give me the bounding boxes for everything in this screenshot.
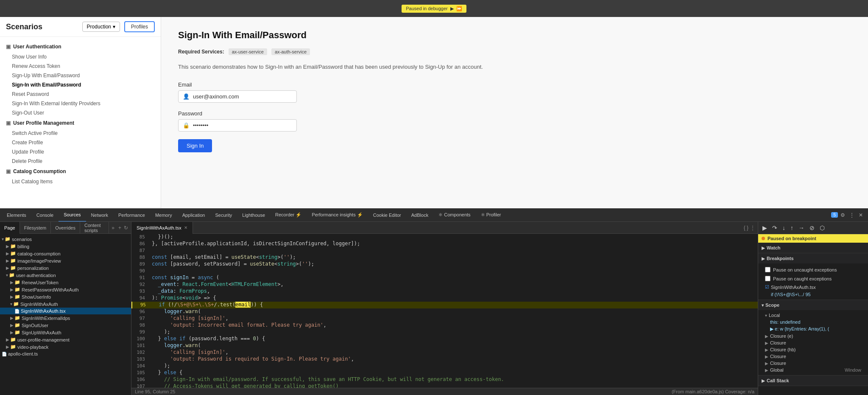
new-folder-icon[interactable]: + bbox=[117, 225, 123, 231]
scope-closure-3[interactable]: ▶ Closure bbox=[762, 360, 865, 367]
sync-icon[interactable]: ↻ bbox=[123, 225, 129, 231]
tab-adblock[interactable]: AdBlock bbox=[406, 208, 433, 222]
scope-local[interactable]: ▾ Local bbox=[762, 312, 865, 319]
line-num-96: 96 bbox=[131, 308, 148, 314]
line-content-89: const [password, setPassword] = useState… bbox=[148, 261, 758, 267]
tab-cookie-editor[interactable]: Cookie Editor bbox=[368, 208, 406, 222]
play-icon[interactable]: ▶ bbox=[450, 6, 454, 11]
nav-item-reset-password[interactable]: Reset Password bbox=[0, 90, 161, 99]
tab-application[interactable]: Application bbox=[177, 208, 210, 222]
line-content-86: }, [activeProfile.applicationId, isDirec… bbox=[148, 241, 758, 247]
code-tab-signin[interactable]: SignInWithAxAuth.tsx ✕ bbox=[131, 222, 193, 234]
closure-3-label: Closure bbox=[770, 361, 786, 366]
tab-sources[interactable]: Sources bbox=[59, 208, 86, 222]
column-icon[interactable]: ⋮ bbox=[750, 225, 755, 231]
scope-closure[interactable]: ▶ Closure bbox=[762, 339, 865, 346]
tab-profiler[interactable]: ⚛ Profiler bbox=[476, 208, 506, 222]
production-dropdown[interactable]: Production ▾ bbox=[82, 22, 120, 32]
nav-item-list-catalog[interactable]: List Catalog Items bbox=[0, 177, 161, 186]
scope-section-header[interactable]: ▾ Scope bbox=[758, 300, 868, 310]
tree-renew-user-token[interactable]: ▶📁RenewUserToken bbox=[0, 279, 131, 286]
tree-apollo-client[interactable]: 📄apollo-client.ts bbox=[0, 350, 131, 357]
tree-signin-external[interactable]: ▶📁SignInWithExternalIdps bbox=[0, 314, 131, 322]
scope-arrow: ▾ bbox=[762, 303, 764, 308]
scope-closure-e[interactable]: ▶ Closure (e) bbox=[762, 333, 865, 339]
step-into-button[interactable]: ↓ bbox=[781, 224, 787, 232]
settings-icon[interactable]: ⚙ bbox=[839, 211, 847, 219]
tree-catalog-consumption[interactable]: ▶📁catalog-consumption bbox=[0, 250, 131, 257]
scope-global[interactable]: ▶ Global Window bbox=[762, 367, 865, 373]
step-out-button[interactable]: ↑ bbox=[789, 224, 795, 232]
password-input[interactable] bbox=[193, 122, 292, 129]
tab-recorder[interactable]: Recorder ⚡ bbox=[270, 208, 307, 222]
nav-item-switch-profile[interactable]: Switch Active Profile bbox=[0, 129, 161, 138]
file-tree-tab-page[interactable]: Page bbox=[0, 222, 20, 234]
deactivate-breakpoints-button[interactable]: ⊘ bbox=[808, 224, 816, 232]
code-line-106: 106 // Sign-In with email/password. If s… bbox=[131, 376, 758, 383]
more-icon[interactable]: ⋮ bbox=[848, 211, 856, 219]
tree-signout-user[interactable]: ▶📁SignOutUser bbox=[0, 322, 131, 329]
code-line-88: 88 const [email, setEmail] = useState<st… bbox=[131, 254, 758, 261]
tree-personalization[interactable]: ▶📁personalization bbox=[0, 264, 131, 272]
nav-item-create-profile[interactable]: Create Profile bbox=[0, 138, 161, 147]
tree-signin-with-ax-auth[interactable]: ▾📁SignInWithAxAuth bbox=[0, 300, 131, 308]
scope-closure-2[interactable]: ▶ Closure bbox=[762, 353, 865, 360]
tree-signup-ax-auth[interactable]: ▶📁SignUpWithAxAuth bbox=[0, 329, 131, 336]
scope-closure-hb[interactable]: ▶ Closure (hb) bbox=[762, 346, 865, 353]
pause-uncaught-checkbox[interactable] bbox=[765, 267, 770, 272]
file-tree-tab-more[interactable]: » bbox=[109, 222, 117, 233]
nav-item-signup[interactable]: Sign-Up With Email/Password bbox=[0, 71, 161, 80]
tab-memory[interactable]: Memory bbox=[150, 208, 177, 222]
code-line-100: 100 } else if (password.length === 0) { bbox=[131, 336, 758, 342]
file-tree-tab-overrides[interactable]: Overrides bbox=[51, 222, 80, 234]
tree-user-auth[interactable]: ▾📁user-authentication bbox=[0, 272, 131, 279]
dont-pause-exceptions-button[interactable]: ⬡ bbox=[818, 224, 826, 232]
code-panel-actions: { } ⋮ bbox=[741, 225, 758, 231]
tab-elements[interactable]: Elements bbox=[2, 208, 31, 222]
code-content[interactable]: 85 })(); 86 }, [activeProfile.applicatio… bbox=[131, 234, 758, 388]
profiles-button[interactable]: Profiles bbox=[124, 21, 155, 32]
breakpoints-section-header[interactable]: ▶ Breakpoints bbox=[758, 253, 868, 263]
nav-item-renew-access-token[interactable]: Renew Access Token bbox=[0, 62, 161, 71]
sign-in-button[interactable]: Sign In bbox=[178, 139, 212, 152]
closure-2-label: Closure bbox=[770, 354, 786, 359]
tab-components[interactable]: ⚛ Components bbox=[433, 208, 475, 222]
tab-network[interactable]: Network bbox=[86, 208, 113, 222]
sidebar-header: Scenarios Production ▾ Profiles bbox=[0, 17, 161, 37]
tree-show-user-info[interactable]: ▶📁ShowUserInfo bbox=[0, 293, 131, 300]
call-stack-header[interactable]: ▶ Call Stack bbox=[758, 375, 868, 386]
nav-item-signin[interactable]: Sign-In with Email/Password bbox=[0, 80, 161, 90]
tab-performance[interactable]: Performance bbox=[113, 208, 150, 222]
tab-lighthouse[interactable]: Lighthouse bbox=[237, 208, 270, 222]
tree-signin-tsx[interactable]: 📄SignInWithAxAuth.tsx bbox=[0, 308, 131, 314]
file-tree-tab-filesystem[interactable]: Filesystem bbox=[20, 222, 51, 234]
tree-image-imagepreview[interactable]: ▶📁image/ImagePreview bbox=[0, 257, 131, 264]
step-icon[interactable]: ⏩ bbox=[456, 6, 462, 11]
tree-billing[interactable]: ▶📁billing bbox=[0, 243, 131, 250]
tree-scenarios[interactable]: ▾📁scenarios bbox=[0, 235, 131, 243]
close-icon[interactable]: ✕ bbox=[857, 211, 865, 219]
watch-section-header[interactable]: ▶ Watch bbox=[758, 243, 868, 253]
code-tab-close[interactable]: ✕ bbox=[184, 225, 187, 230]
nav-item-signout[interactable]: Sign-Out User bbox=[0, 108, 161, 118]
format-icon[interactable]: { } bbox=[744, 225, 748, 231]
tree-reset-password[interactable]: ▶📁ResetPasswordWithAxAuth bbox=[0, 286, 131, 293]
tree-user-profile-mgmt[interactable]: ▶📁user-profile-management bbox=[0, 336, 131, 343]
nav-item-delete-profile[interactable]: Delete Profile bbox=[0, 157, 161, 166]
nav-item-show-user-info[interactable]: Show User Info bbox=[0, 52, 161, 62]
step-over-button[interactable]: ↷ bbox=[770, 224, 779, 232]
line-num-97: 97 bbox=[131, 315, 148, 321]
tab-console[interactable]: Console bbox=[31, 208, 59, 222]
email-input[interactable] bbox=[193, 93, 292, 100]
step-button[interactable]: → bbox=[797, 224, 806, 232]
nav-item-update-profile[interactable]: Update Profile bbox=[0, 147, 161, 157]
tab-security[interactable]: Security bbox=[210, 208, 237, 222]
file-tree-tab-content-scripts[interactable]: Content scripts bbox=[80, 222, 109, 234]
resume-button[interactable]: ▶ bbox=[761, 224, 769, 232]
pause-caught-checkbox[interactable] bbox=[765, 276, 770, 281]
line-content-95: if (!/\S+@\S+\.\S+/.test(email)) { bbox=[149, 302, 758, 308]
tab-performance-insights[interactable]: Performance insights ⚡ bbox=[307, 208, 368, 222]
nav-item-signin-external[interactable]: Sign-In With External Identity Providers bbox=[0, 99, 161, 108]
tree-video-playback[interactable]: ▶📁video-playback bbox=[0, 343, 131, 350]
password-label: Password bbox=[178, 110, 851, 117]
